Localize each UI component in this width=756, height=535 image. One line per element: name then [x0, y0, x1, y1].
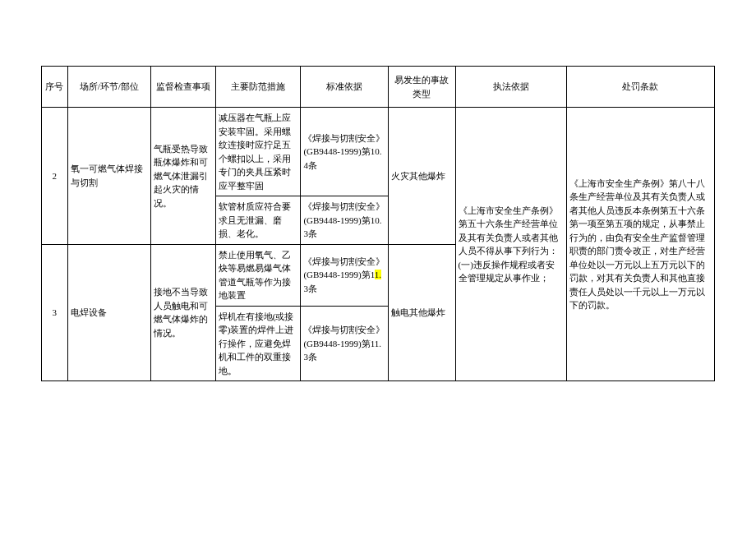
cell-measure: 减压器在气瓶上应安装牢固。采用螺纹连接时应拧足五个螺扣以上，采用专门的夹具压紧时…	[215, 108, 301, 196]
safety-regulation-table: 序号 场所/环节/部位 监督检查事项 主要防范措施 标准依据 易发生的事故类型 …	[41, 66, 715, 381]
cell-measure: 软管材质应符合要求且无泄漏、磨损、老化。	[215, 196, 301, 245]
highlighted-text: 1.	[375, 270, 381, 279]
header-place: 场所/环节/部位	[67, 67, 150, 108]
header-law: 执法依据	[455, 67, 566, 108]
standard-text-post: 3条	[303, 284, 317, 293]
header-penalty: 处罚条款	[566, 67, 714, 108]
cell-measure: 禁止使用氧气、乙炔等易燃易爆气体管道气瓶等作为接地装置	[215, 244, 301, 306]
cell-standard: 《焊接与切割安全》(GB9448-1999)第10.3条	[301, 196, 389, 245]
header-accident: 易发生的事故类型	[389, 67, 455, 108]
cell-inspect: 气瓶受热导致瓶体爆炸和可燃气体泄漏引起火灾的情况。	[150, 108, 215, 245]
cell-penalty: 《上海市安全生产条例》第八十八条生产经营单位及其有关负责人或者其他人员违反本条例…	[566, 108, 714, 381]
header-standard: 标准依据	[301, 67, 389, 108]
cell-seq: 2	[42, 108, 68, 245]
cell-standard: 《焊接与切割安全》(GB9448-1999)第11.3条	[301, 306, 389, 381]
header-measure: 主要防范措施	[215, 67, 301, 108]
header-inspect: 监督检查事项	[150, 67, 215, 108]
cell-place: 电焊设备	[67, 244, 150, 381]
standard-text-pre: 《焊接与切割安全》(GB9448-1999)第1	[303, 256, 385, 280]
cell-seq: 3	[42, 244, 68, 381]
cell-measure: 焊机在有接地(或接零)装置的焊件上进行操作，应避免焊机和工件的双重接地。	[215, 306, 301, 381]
table-header-row: 序号 场所/环节/部位 监督检查事项 主要防范措施 标准依据 易发生的事故类型 …	[42, 67, 715, 108]
cell-law: 《上海市安全生产条例》第五十六条生产经营单位及其有关负责人或者其他人员不得从事下…	[455, 108, 566, 381]
cell-standard: 《焊接与切割安全》(GB9448-1999)第10.4条	[301, 108, 389, 196]
cell-accident: 火灾其他爆炸	[389, 108, 455, 245]
cell-standard: 《焊接与切割安全》(GB9448-1999)第11.3条	[301, 244, 389, 306]
table-row: 2 氧一可燃气体焊接与切割 气瓶受热导致瓶体爆炸和可燃气体泄漏引起火灾的情况。 …	[42, 108, 715, 196]
header-seq: 序号	[42, 67, 68, 108]
cell-inspect: 接地不当导致人员触电和可燃气体爆炸的情况。	[150, 244, 215, 381]
cell-accident: 触电其他爆炸	[389, 244, 455, 381]
cell-place: 氧一可燃气体焊接与切割	[67, 108, 150, 245]
